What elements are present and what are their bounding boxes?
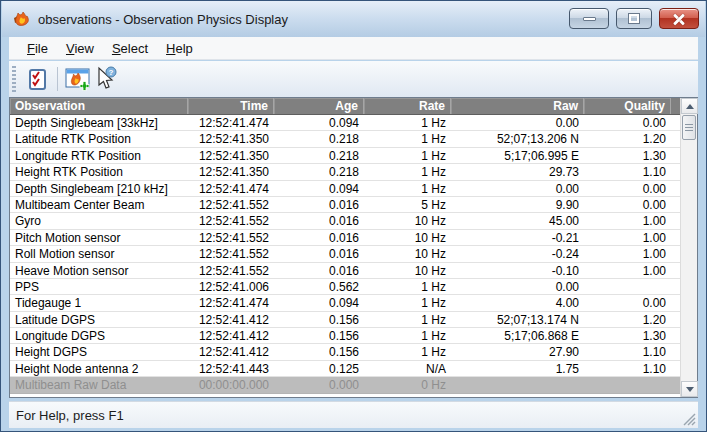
- menu-item-help[interactable]: Help: [157, 38, 202, 59]
- scroll-up-button[interactable]: [681, 98, 698, 114]
- table-row[interactable]: Latitude DGPS12:52:41.4120.1561 Hz52;07;…: [10, 312, 680, 328]
- cell-time: 12:52:41.443: [188, 361, 274, 376]
- cell-rate: 1 Hz: [364, 131, 451, 146]
- new-observation-display-icon: [65, 67, 91, 91]
- scroll-down-button[interactable]: [681, 381, 698, 397]
- cell-time: 12:52:41.552: [188, 197, 274, 212]
- table-row[interactable]: Latitude RTK Position12:52:41.3500.2181 …: [10, 131, 680, 147]
- scrollbar-thumb[interactable]: [682, 115, 696, 140]
- cell-rate: 1 Hz: [364, 312, 451, 327]
- menu-item-file[interactable]: File: [18, 38, 57, 59]
- cell-rate: 10 Hz: [364, 263, 451, 278]
- cell-rate: 1 Hz: [364, 279, 451, 294]
- table-row[interactable]: Height DGPS12:52:41.4120.1561 Hz27.901.1…: [10, 344, 680, 360]
- cell-quality: 0.00: [584, 181, 671, 196]
- menu-item-view[interactable]: View: [57, 38, 103, 59]
- vertical-scrollbar[interactable]: [680, 98, 697, 397]
- svg-text:?: ?: [109, 68, 114, 77]
- cell-quality: 0.00: [584, 295, 671, 310]
- table-row[interactable]: Height RTK Position12:52:41.3500.2181 Hz…: [10, 164, 680, 180]
- column-header-quality[interactable]: Quality: [584, 98, 671, 114]
- cell-quality: 1.20: [584, 131, 671, 146]
- cell-time: 12:52:41.552: [188, 263, 274, 278]
- table-row[interactable]: Heave Motion sensor12:52:41.5520.01610 H…: [10, 263, 680, 279]
- cell-rate: 1 Hz: [364, 344, 451, 359]
- table-row[interactable]: PPS12:52:41.0060.5621 Hz0.00: [10, 279, 680, 295]
- cell-observation: Tidegauge 1: [10, 295, 188, 310]
- column-header-observation[interactable]: Observation: [10, 98, 188, 114]
- cell-age: 0.016: [274, 213, 364, 228]
- cell-age: 0.016: [274, 246, 364, 261]
- title-bar[interactable]: observations - Observation Physics Displ…: [2, 1, 705, 37]
- cell-age: 0.125: [274, 361, 364, 376]
- new-observation-display-button[interactable]: [64, 65, 92, 93]
- table-row[interactable]: Gyro12:52:41.5520.01610 Hz45.001.00: [10, 213, 680, 229]
- cell-age: 0.094: [274, 115, 364, 130]
- cell-observation: Height RTK Position: [10, 164, 188, 179]
- table-row[interactable]: Longitude RTK Position12:52:41.3500.2181…: [10, 148, 680, 164]
- observation-checklist-button[interactable]: [23, 65, 51, 93]
- cell-quality: 1.10: [584, 344, 671, 359]
- cell-observation: Gyro: [10, 213, 188, 228]
- cell-raw: -0.24: [451, 246, 584, 261]
- cell-quality: 1.00: [584, 263, 671, 278]
- cell-raw: 1.75: [451, 361, 584, 376]
- minimize-icon: [583, 17, 596, 21]
- cell-time: 12:52:41.350: [188, 148, 274, 163]
- menu-bar: FileViewSelectHelp: [9, 37, 698, 60]
- close-icon: [673, 13, 685, 25]
- cell-observation: Latitude RTK Position: [10, 131, 188, 146]
- cell-age: 0.218: [274, 131, 364, 146]
- minimize-button[interactable]: [569, 8, 609, 29]
- table-row[interactable]: Tidegauge 112:52:41.4740.0941 Hz4.000.00: [10, 295, 680, 311]
- cell-raw: -0.21: [451, 230, 584, 245]
- cell-age: 0.094: [274, 181, 364, 196]
- menu-item-select[interactable]: Select: [103, 38, 157, 59]
- table-row: Multibeam Raw Data00:00:00.0000.0000 Hz: [10, 377, 680, 393]
- cell-time: 12:52:41.552: [188, 213, 274, 228]
- cell-observation: Roll Motion sensor: [10, 246, 188, 261]
- context-help-button[interactable]: ?: [92, 65, 120, 93]
- column-header-time[interactable]: Time: [188, 98, 274, 114]
- cell-raw: 0.00: [451, 279, 584, 294]
- table-row[interactable]: Pitch Motion sensor12:52:41.5520.01610 H…: [10, 230, 680, 246]
- table-row[interactable]: Depth Singlebeam [210 kHz]12:52:41.4740.…: [10, 181, 680, 197]
- cell-age: 0.218: [274, 148, 364, 163]
- cell-observation: Longitude DGPS: [10, 328, 188, 343]
- column-header-age[interactable]: Age: [274, 98, 364, 114]
- table-row[interactable]: Depth Singlebeam [33kHz]12:52:41.4740.09…: [10, 115, 680, 131]
- cell-age: 0.156: [274, 328, 364, 343]
- context-help-icon: ?: [94, 66, 118, 92]
- table-row[interactable]: Longitude DGPS12:52:41.4120.1561 Hz5;17;…: [10, 328, 680, 344]
- cell-quality: 1.00: [584, 230, 671, 245]
- cell-time: 12:52:41.412: [188, 312, 274, 327]
- cell-time: 12:52:41.474: [188, 181, 274, 196]
- cell-rate: 5 Hz: [364, 197, 451, 212]
- caption-buttons: [569, 8, 699, 29]
- cell-rate: N/A: [364, 361, 451, 376]
- maximize-button[interactable]: [616, 8, 652, 29]
- cell-age: 0.016: [274, 197, 364, 212]
- app-window: observations - Observation Physics Displ…: [0, 0, 707, 432]
- cell-age: 0.218: [274, 164, 364, 179]
- toolbar-separator: [57, 67, 58, 91]
- cell-time: 12:52:41.412: [188, 344, 274, 359]
- arrow-up-icon: [686, 104, 694, 109]
- close-button[interactable]: [659, 8, 699, 29]
- cell-raw: 52;07;13.174 N: [451, 312, 584, 327]
- table-row[interactable]: Multibeam Center Beam12:52:41.5520.0165 …: [10, 197, 680, 213]
- cell-quality: [584, 377, 671, 392]
- cell-time: 12:52:41.474: [188, 295, 274, 310]
- cell-rate: 1 Hz: [364, 148, 451, 163]
- cell-raw: [451, 377, 584, 392]
- cell-age: 0.156: [274, 312, 364, 327]
- column-header-rate[interactable]: Rate: [364, 98, 451, 114]
- toolbar-gripper[interactable]: [12, 66, 16, 92]
- table-row[interactable]: Roll Motion sensor12:52:41.5520.01610 Hz…: [10, 246, 680, 262]
- resize-grip-icon[interactable]: [683, 413, 696, 426]
- column-header-raw[interactable]: Raw: [451, 98, 584, 114]
- cell-age: 0.562: [274, 279, 364, 294]
- cell-time: 12:52:41.552: [188, 246, 274, 261]
- cell-rate: 1 Hz: [364, 164, 451, 179]
- table-row[interactable]: Height Node antenna 212:52:41.4430.125N/…: [10, 361, 680, 377]
